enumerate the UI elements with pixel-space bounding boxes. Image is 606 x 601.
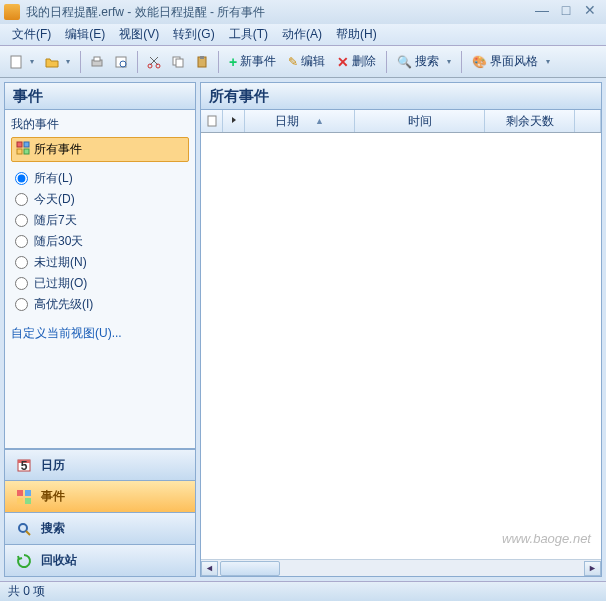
close-button[interactable]: ✕ — [578, 3, 602, 21]
horizontal-scrollbar[interactable]: ◄ ► — [201, 559, 601, 576]
svg-line-23 — [26, 531, 30, 535]
tree-all-events[interactable]: 所有事件 — [11, 137, 189, 162]
menu-help[interactable]: 帮助(H) — [330, 24, 383, 45]
palette-icon: 🎨 — [472, 55, 487, 69]
recycle-icon — [15, 552, 33, 570]
grid-header-row: 日期▲ 时间 剩余天数 — [201, 110, 601, 133]
svg-rect-8 — [176, 59, 183, 67]
new-event-button[interactable]: +新事件 — [225, 51, 280, 72]
svg-text:5: 5 — [21, 459, 28, 473]
filter-radio-2[interactable] — [15, 214, 28, 227]
delete-button[interactable]: ✕删除 — [333, 51, 380, 72]
svg-rect-2 — [94, 57, 100, 61]
sidebar-header: 事件 — [4, 82, 196, 110]
nav-search[interactable]: 搜索 — [4, 513, 196, 545]
col-date[interactable]: 日期▲ — [245, 110, 355, 132]
svg-rect-19 — [25, 490, 31, 496]
style-label: 界面风格 — [490, 53, 538, 70]
nav-stack: 5 日历 事件 搜索 回收站 — [4, 449, 196, 577]
menu-action[interactable]: 动作(A) — [276, 24, 328, 45]
filter-radio-4[interactable] — [15, 256, 28, 269]
separator — [80, 51, 81, 73]
svg-rect-0 — [11, 56, 21, 68]
minimize-button[interactable]: — — [530, 3, 554, 21]
filter-radio-5[interactable] — [15, 277, 28, 290]
menu-goto[interactable]: 转到(G) — [167, 24, 220, 45]
open-folder-icon[interactable] — [42, 52, 62, 72]
filter-radio-6[interactable] — [15, 298, 28, 311]
col-icon2[interactable] — [223, 110, 245, 132]
print-icon[interactable] — [87, 52, 107, 72]
print-preview-icon[interactable] — [111, 52, 131, 72]
svg-point-22 — [19, 524, 27, 532]
new-event-label: 新事件 — [240, 53, 276, 70]
grid-icon — [16, 141, 30, 158]
col-icon1[interactable] — [201, 110, 223, 132]
content-panel: 所有事件 日期▲ 时间 剩余天数 ◄ ► www.baoge.net — [200, 82, 602, 577]
sidebar-body: 我的事件 所有事件 所有(L)今天(D)随后7天随后30天未过期(N)已过期(O… — [4, 110, 196, 449]
menu-tools[interactable]: 工具(T) — [223, 24, 274, 45]
menubar: 文件(F) 编辑(E) 视图(V) 转到(G) 工具(T) 动作(A) 帮助(H… — [0, 24, 606, 46]
my-events-label: 我的事件 — [11, 116, 189, 133]
sidebar: 事件 我的事件 所有事件 所有(L)今天(D)随后7天随后30天未过期(N)已过… — [4, 82, 196, 577]
filter-5[interactable]: 已过期(O) — [11, 273, 189, 294]
svg-rect-13 — [17, 149, 22, 154]
cut-icon[interactable] — [144, 52, 164, 72]
toolbar: ▾ ▾ +新事件 ✎编辑 ✕删除 🔍搜索 ▾ 🎨界面风格 ▾ — [0, 46, 606, 78]
filter-radio-1[interactable] — [15, 193, 28, 206]
col-time[interactable]: 时间 — [355, 110, 485, 132]
calendar-icon: 5 — [15, 456, 33, 474]
nav-calendar[interactable]: 5 日历 — [4, 449, 196, 481]
separator — [137, 51, 138, 73]
main-area: 事件 我的事件 所有事件 所有(L)今天(D)随后7天随后30天未过期(N)已过… — [0, 78, 606, 581]
paste-icon[interactable] — [192, 52, 212, 72]
menu-file[interactable]: 文件(F) — [6, 24, 57, 45]
filter-label-4: 未过期(N) — [34, 254, 87, 271]
filter-0[interactable]: 所有(L) — [11, 168, 189, 189]
search-nav-icon — [15, 520, 33, 538]
col-remaining[interactable]: 剩余天数 — [485, 110, 575, 132]
nav-search-label: 搜索 — [41, 520, 65, 537]
edit-button[interactable]: ✎编辑 — [284, 51, 329, 72]
copy-icon[interactable] — [168, 52, 188, 72]
svg-rect-20 — [17, 498, 23, 504]
filter-6[interactable]: 高优先级(I) — [11, 294, 189, 315]
new-file-icon[interactable] — [6, 52, 26, 72]
search-button[interactable]: 🔍搜索 — [393, 51, 443, 72]
filter-3[interactable]: 随后30天 — [11, 231, 189, 252]
filter-4[interactable]: 未过期(N) — [11, 252, 189, 273]
style-dropdown[interactable]: ▾ — [546, 57, 554, 66]
pencil-icon: ✎ — [288, 55, 298, 69]
filter-label-3: 随后30天 — [34, 233, 83, 250]
search-dropdown[interactable]: ▾ — [447, 57, 455, 66]
menu-view[interactable]: 视图(V) — [113, 24, 165, 45]
filter-label-2: 随后7天 — [34, 212, 77, 229]
nav-events[interactable]: 事件 — [4, 481, 196, 513]
svg-rect-10 — [200, 56, 204, 59]
filter-1[interactable]: 今天(D) — [11, 189, 189, 210]
menu-edit[interactable]: 编辑(E) — [59, 24, 111, 45]
svg-rect-21 — [25, 498, 31, 504]
scroll-thumb[interactable] — [220, 561, 280, 576]
filter-label-6: 高优先级(I) — [34, 296, 93, 313]
filter-radio-0[interactable] — [15, 172, 28, 185]
new-file-dropdown[interactable]: ▾ — [30, 57, 38, 66]
filter-label-0: 所有(L) — [34, 170, 73, 187]
maximize-button[interactable]: □ — [554, 3, 578, 21]
nav-events-label: 事件 — [41, 488, 65, 505]
scroll-left-button[interactable]: ◄ — [201, 561, 218, 576]
app-icon — [4, 4, 20, 20]
statusbar: 共 0 项 — [0, 581, 606, 601]
svg-rect-18 — [17, 490, 23, 496]
style-button[interactable]: 🎨界面风格 — [468, 51, 542, 72]
sort-asc-icon: ▲ — [315, 116, 324, 126]
customize-view-link[interactable]: 自定义当前视图(U)... — [11, 325, 189, 342]
open-dropdown[interactable]: ▾ — [66, 57, 74, 66]
grid-body[interactable] — [201, 133, 601, 559]
filter-2[interactable]: 随后7天 — [11, 210, 189, 231]
nav-recycle[interactable]: 回收站 — [4, 545, 196, 577]
content-header: 所有事件 — [200, 82, 602, 110]
filter-radio-3[interactable] — [15, 235, 28, 248]
delete-icon: ✕ — [337, 54, 349, 70]
scroll-right-button[interactable]: ► — [584, 561, 601, 576]
